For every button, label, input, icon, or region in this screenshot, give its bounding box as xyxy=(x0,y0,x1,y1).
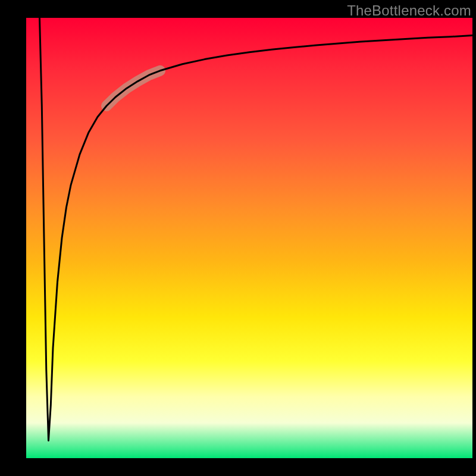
chart-frame: TheBottleneck.com xyxy=(0,0,476,476)
plot-area xyxy=(26,18,472,458)
bottleneck-curve xyxy=(40,18,473,440)
watermark-text: TheBottleneck.com xyxy=(347,2,471,19)
curve-layer xyxy=(26,18,472,458)
highlight-segment xyxy=(107,71,160,106)
